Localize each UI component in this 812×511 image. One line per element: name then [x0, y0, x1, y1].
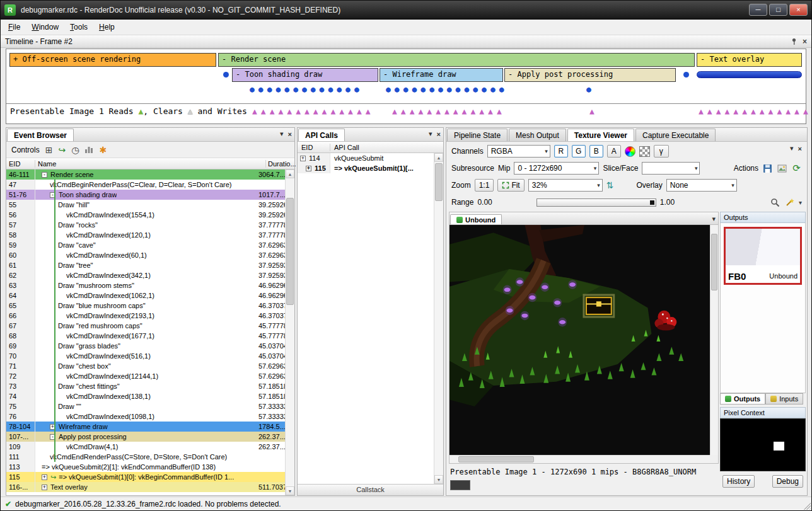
scrollbar-thumb[interactable] — [458, 456, 534, 462]
goto-eid-icon[interactable]: ↪ — [58, 146, 66, 154]
event-row[interactable]: 69Draw "grass blades"45.03704 — [6, 341, 285, 351]
timeline-close-icon[interactable]: × — [803, 37, 807, 46]
api-row[interactable]: +114vkQueueSubmit — [298, 153, 434, 163]
timeline-draw-dots-wireframe[interactable]: ●●●●●●●●●●●●●● — [386, 84, 508, 94]
menu-file[interactable]: File — [3, 20, 26, 34]
event-row[interactable]: 64vkCmdDrawIndexed(1062,1)46.96296 — [6, 290, 285, 301]
timeline-draw-dot-post[interactable]: ● — [586, 84, 595, 94]
zoom-fit-button[interactable]: Fit — [497, 179, 524, 192]
menu-window[interactable]: Window — [26, 20, 64, 34]
event-row[interactable]: 51-76-Toon shading draw1017.7... — [6, 190, 285, 200]
texture-tabs-menu-icon[interactable]: ▾ — [712, 215, 716, 223]
texture-viewport[interactable] — [450, 225, 710, 455]
panel-menu-icon[interactable]: ▾ — [790, 144, 794, 152]
bookmark-icon[interactable]: ✱ — [99, 146, 107, 154]
tree-expander-icon[interactable]: + — [42, 485, 47, 490]
panel-menu-icon[interactable]: ▾ — [429, 130, 432, 138]
panel-menu-icon[interactable]: ▾ — [280, 130, 284, 138]
callstack-section[interactable]: Callstack — [298, 484, 443, 495]
column-duration[interactable]: Duratio... — [266, 160, 294, 168]
channel-b-button[interactable]: B — [589, 145, 603, 158]
outputs-header[interactable]: Outputs — [720, 212, 806, 223]
title-bar[interactable]: R debugmarker.rdc - RenderDoc Unofficial… — [1, 1, 811, 20]
event-row[interactable]: 70vkCmdDrawIndexed(516,1)45.03704 — [6, 351, 285, 361]
event-row[interactable]: 116-...+Text overlay511.7037 — [6, 482, 285, 492]
timeline-bar-render-scene[interactable]: - Render scene — [218, 53, 695, 67]
timeline-bar-toon-shading[interactable]: - Toon shading draw — [232, 68, 378, 82]
scroll-up-icon[interactable]: ▲ — [286, 169, 294, 178]
channel-r-button[interactable]: R — [554, 145, 568, 158]
fb0-thumbnail[interactable]: FB0 Unbound — [724, 227, 802, 285]
channels-select[interactable]: RGBA▾ — [487, 145, 550, 158]
tab-api-calls[interactable]: API Calls — [298, 129, 345, 141]
texture-vertical-scrollbar[interactable] — [710, 225, 718, 455]
event-row[interactable]: 76vkCmdDrawIndexed(1098,1)57.33333 — [6, 411, 285, 422]
pixel-pick-wand-icon[interactable] — [784, 197, 795, 208]
range-slider[interactable] — [536, 198, 656, 207]
pixel-context-header[interactable]: Pixel Context — [720, 407, 806, 418]
color-wheel-icon[interactable] — [625, 146, 635, 157]
resize-grip[interactable] — [803, 502, 811, 510]
event-row[interactable]: 113=> vkQueueSubmit(2)[1]: vkEndCommandB… — [6, 462, 285, 472]
gamma-button[interactable]: γ — [654, 145, 669, 158]
export-image-icon[interactable] — [777, 163, 787, 174]
event-row[interactable]: 61Draw "tree"37.92593 — [6, 260, 285, 270]
event-browser-scrollbar[interactable]: ▲ ▼ — [285, 169, 294, 495]
magnifier-icon[interactable] — [770, 197, 780, 208]
texture-horizontal-scrollbar[interactable] — [450, 455, 710, 463]
timeline-canvas[interactable]: + Off-screen scene rendering - Render sc… — [6, 49, 806, 124]
event-row[interactable]: 47vkCmdBeginRenderPass(C=Clear, D=Clear,… — [6, 180, 285, 190]
column-name[interactable]: Name — [35, 160, 266, 168]
event-row[interactable]: 107-...-Apply post processing262.37... — [6, 432, 285, 442]
event-row[interactable]: 57Draw "rocks"37.77778 — [6, 220, 285, 230]
checkerboard-icon[interactable] — [639, 146, 650, 157]
column-api-call[interactable]: API Call — [330, 144, 443, 151]
texture-image[interactable] — [450, 225, 710, 455]
event-row[interactable]: 111vkCmdEndRenderPass(C=Store, D=Store, … — [6, 452, 285, 462]
event-row[interactable]: 62vkCmdDrawIndexed(342,1)37.92593 — [6, 270, 285, 280]
timeline-bar-offscreen[interactable]: + Off-screen scene rendering — [9, 53, 216, 67]
scroll-down-icon[interactable]: ▼ — [434, 475, 443, 484]
tab-event-browser[interactable]: Event Browser — [7, 129, 74, 141]
zoom-percent-combo[interactable]: 32%▾ — [528, 179, 603, 192]
scrollbar-thumb[interactable] — [711, 234, 717, 290]
event-row[interactable]: 75Draw ""57.33333 — [6, 401, 285, 411]
timeline-merged-events-bar[interactable] — [697, 71, 802, 78]
event-row[interactable]: 71Draw "chest box"57.62963 — [6, 361, 285, 371]
refresh-icon[interactable]: ⟳ — [791, 163, 802, 174]
scrollbar-thumb[interactable] — [286, 198, 294, 305]
panel-close-icon[interactable]: × — [288, 130, 292, 138]
close-button[interactable]: × — [789, 4, 808, 16]
mip-select[interactable]: 0 - 1272x690▾ — [514, 162, 599, 175]
panel-close-icon[interactable]: × — [798, 145, 802, 152]
tab-inputs[interactable]: Inputs — [765, 393, 803, 405]
flip-y-icon[interactable]: ⇅ — [606, 180, 614, 190]
menu-tools[interactable]: Tools — [64, 20, 93, 34]
zoom-1-1-button[interactable]: 1:1 — [475, 179, 494, 192]
event-row[interactable]: 73Draw "chest fittings"57.18518 — [6, 381, 285, 391]
timeline-draw-dots-toon[interactable]: ●●●●●●●●●●●●● — [250, 84, 363, 94]
timeline-bar-wireframe[interactable]: - Wireframe draw — [380, 68, 503, 82]
minimize-button[interactable]: ─ — [749, 4, 767, 16]
more-options-icon[interactable]: ▾ — [799, 199, 802, 206]
event-row[interactable]: 56vkCmdDrawIndexed(1554,1)39.25926 — [6, 210, 285, 220]
pixel-context-canvas[interactable] — [720, 418, 806, 471]
tree-expander-icon[interactable]: + — [42, 474, 47, 480]
api-calls-scrollbar[interactable]: ▲ ▼ — [434, 153, 443, 484]
slice-face-select[interactable]: ▾ — [642, 162, 700, 175]
event-row[interactable]: 74vkCmdDrawIndexed(138,1)57.18518 — [6, 391, 285, 401]
maximize-button[interactable]: □ — [769, 4, 787, 16]
event-row[interactable]: 46-111-Render scene3064.7... — [6, 169, 285, 180]
api-row[interactable]: +115=> vkQueueSubmit(1)[... — [298, 163, 434, 173]
event-row[interactable]: 109vkCmdDraw(4,1)262.37... — [6, 442, 285, 452]
tab-texture-viewer[interactable]: Texture Viewer — [567, 129, 634, 141]
panel-close-icon[interactable]: × — [437, 130, 441, 138]
tab-capture-executable[interactable]: Capture Executable — [635, 129, 716, 141]
menu-help[interactable]: Help — [93, 20, 120, 34]
tab-mesh-output[interactable]: Mesh Output — [509, 129, 566, 141]
scroll-down-icon[interactable]: ▼ — [286, 486, 294, 495]
scroll-up-icon[interactable]: ▲ — [434, 153, 443, 162]
tree-expander-icon[interactable]: - — [42, 172, 47, 178]
timeline-event-dot[interactable] — [683, 72, 689, 78]
save-icon[interactable] — [762, 163, 773, 174]
